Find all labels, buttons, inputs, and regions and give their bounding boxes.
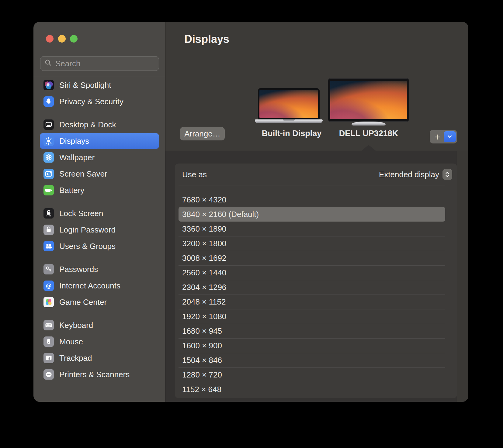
sidebar-item-label: Login Password <box>59 225 116 235</box>
svg-text:@: @ <box>46 282 52 289</box>
resolution-label: 2048 × 1152 <box>182 297 226 307</box>
siri-icon <box>43 80 54 90</box>
resolution-option-selected[interactable]: 3840 × 2160 (Default) <box>179 207 445 222</box>
laptop-base <box>255 119 323 123</box>
displays-header: Displays Arrange… Built-in Display DELL … <box>165 22 468 151</box>
resolution-option[interactable]: 1280 × 720 <box>179 367 445 382</box>
sidebar-item-label: Siri & Spotlight <box>59 81 111 90</box>
sidebar-item-users-groups[interactable]: Users & Groups <box>40 238 159 254</box>
sidebar-item-siri-spotlight[interactable]: Siri & Spotlight <box>40 77 159 93</box>
use-as-label: Use as <box>182 170 207 179</box>
sidebar-item-passwords[interactable]: Passwords <box>40 261 159 277</box>
sidebar-item-mouse[interactable]: Mouse <box>40 334 159 350</box>
resolution-label: 3360 × 1890 <box>182 224 226 234</box>
main-pane: Displays Arrange… Built-in Display DELL … <box>165 22 468 402</box>
page-title: Displays <box>184 33 229 46</box>
sidebar-item-printers-scanners[interactable]: Printers & Scanners <box>40 367 159 382</box>
search-placeholder: Search <box>55 59 80 68</box>
sidebar-item-label: Screen Saver <box>59 169 107 179</box>
resolution-option[interactable]: 3200 × 1800 <box>179 236 445 251</box>
resolution-option[interactable]: 2560 × 1440 <box>179 265 445 280</box>
search-field[interactable]: Search <box>40 56 159 71</box>
sidebar-item-lock-screen[interactable]: Lock Screen <box>40 205 159 221</box>
users-groups-icon <box>43 241 54 251</box>
sidebar-item-label: Displays <box>59 136 89 146</box>
resolution-option[interactable]: 3360 × 1890 <box>179 222 445 236</box>
display-settings-content: Use as Extended display 7680 × 4320 3840… <box>165 151 468 402</box>
add-display-button[interactable]: + <box>430 130 445 143</box>
close-window-button[interactable] <box>46 35 54 43</box>
sidebar-item-keyboard[interactable]: Keyboard <box>40 317 159 333</box>
use-as-popup-button[interactable]: Extended display <box>379 169 452 180</box>
resolution-option[interactable]: 1504 × 846 <box>179 353 445 367</box>
sidebar-item-label: Internet Accounts <box>59 281 120 291</box>
wallpaper-icon <box>43 152 54 163</box>
keyboard-icon <box>43 320 54 330</box>
sidebar-item-label: Passwords <box>59 265 98 274</box>
resolution-option[interactable]: 7680 × 4320 <box>179 192 445 207</box>
lock-screen-icon <box>43 208 54 219</box>
resolution-label: 1680 × 945 <box>182 326 222 336</box>
minimize-window-button[interactable] <box>58 35 66 43</box>
resolution-option[interactable]: 2304 × 1296 <box>179 280 445 295</box>
sidebar-item-screen-saver[interactable]: Screen Saver <box>40 166 159 182</box>
sidebar-item-label: Keyboard <box>59 321 93 330</box>
sidebar-item-label: Battery <box>59 186 84 195</box>
sidebar-item-battery[interactable]: Battery <box>40 182 159 198</box>
selected-display-callout-pointer <box>361 145 376 151</box>
resolution-option[interactable]: 1152 × 648 <box>179 382 445 397</box>
use-as-row: Use as Extended display <box>175 164 457 185</box>
sidebar-item-login-password[interactable]: Login Password <box>40 222 159 238</box>
zoom-window-button[interactable] <box>70 35 78 43</box>
resolution-label: 3840 × 2160 (Default) <box>182 210 259 219</box>
resolution-label: 1504 × 846 <box>182 356 222 365</box>
desktop-dock-icon <box>43 119 54 130</box>
resolution-label: 1920 × 1080 <box>182 312 226 321</box>
use-as-value: Extended display <box>379 170 439 179</box>
sidebar-item-desktop-dock[interactable]: Desktop & Dock <box>40 117 159 133</box>
passwords-icon <box>43 264 54 274</box>
scrollbar-gutter[interactable] <box>457 151 468 402</box>
sidebar-list: Siri & Spotlight Privacy & Security Desk… <box>33 77 165 402</box>
displays-icon <box>43 136 54 146</box>
resolution-option[interactable]: 1680 × 945 <box>179 324 445 338</box>
sidebar-item-label: Trackpad <box>59 353 92 363</box>
sidebar-item-label: Mouse <box>59 337 83 346</box>
system-settings-window: Search Siri & Spotlight Privacy & Securi… <box>33 22 468 402</box>
resolution-label: 1152 × 648 <box>182 385 221 394</box>
sidebar-item-label: Game Center <box>59 298 107 307</box>
resolution-label: 3008 × 1692 <box>182 253 226 263</box>
add-display-menu-button[interactable] <box>444 131 456 142</box>
screen-saver-icon <box>43 169 54 179</box>
internet-accounts-icon: @ <box>43 281 54 291</box>
sidebar-item-label: Printers & Scanners <box>59 370 130 379</box>
external-display-label: DELL UP3218K <box>323 129 414 138</box>
display-settings-panel: Use as Extended display 7680 × 4320 3840… <box>175 164 457 398</box>
sidebar: Search Siri & Spotlight Privacy & Securi… <box>33 22 165 402</box>
game-center-icon <box>43 297 54 307</box>
sidebar-item-internet-accounts[interactable]: @ Internet Accounts <box>40 278 159 294</box>
arrange-button[interactable]: Arrange… <box>180 127 225 140</box>
resolution-option[interactable]: 2048 × 1152 <box>179 295 445 309</box>
built-in-display-thumbnail[interactable] <box>255 88 323 123</box>
chevron-down-icon <box>446 133 453 141</box>
resolution-label: 1600 × 900 <box>182 341 222 350</box>
sidebar-item-wallpaper[interactable]: Wallpaper <box>40 150 159 165</box>
battery-icon <box>43 185 54 195</box>
sidebar-item-trackpad[interactable]: Trackpad <box>40 350 159 366</box>
resolution-label: 1280 × 720 <box>182 370 222 380</box>
external-display-thumbnail[interactable] <box>328 78 409 126</box>
printers-scanners-icon <box>43 369 54 380</box>
resolution-option[interactable]: 1600 × 900 <box>179 338 445 353</box>
monitor-bezel <box>328 78 409 122</box>
sidebar-item-privacy-security[interactable]: Privacy & Security <box>40 94 159 109</box>
sidebar-item-displays[interactable]: Displays <box>40 133 159 149</box>
resolution-option[interactable]: 1920 × 1080 <box>179 309 445 324</box>
sidebar-divider <box>33 76 165 76</box>
search-icon <box>44 59 52 68</box>
sidebar-item-game-center[interactable]: Game Center <box>40 294 159 310</box>
resolution-option[interactable]: 3008 × 1692 <box>179 251 445 265</box>
window-controls <box>46 35 78 43</box>
privacy-icon <box>43 96 54 107</box>
login-password-icon <box>43 225 54 235</box>
